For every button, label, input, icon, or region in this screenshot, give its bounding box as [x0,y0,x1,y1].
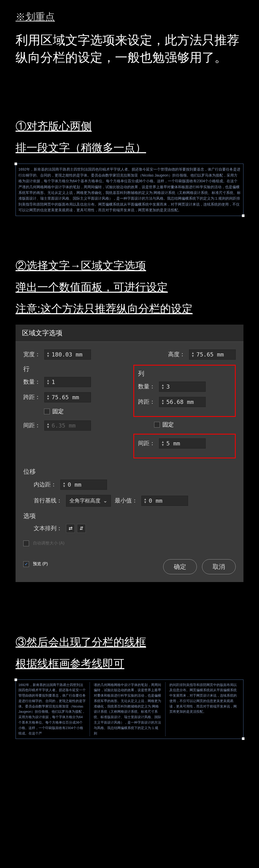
step3-heading-1: ③然后会出现了分栏的线框 [15,634,244,650]
area-type-options-dialog: 区域文字选项 宽度： ▲▼ 180.03 mm 高度： ▲▼ 75.65 mm … [15,324,244,582]
min-input[interactable]: ▲▼ 0 mm [141,496,188,506]
offset-section-label: 位移 [23,467,236,476]
rows-count-label: 数量： [23,378,40,386]
width-value: 180.03 mm [52,351,83,358]
height-input[interactable]: ▲▼ 75.65 mm [189,349,236,360]
textflow-vertical-button[interactable]: ⇵ [77,524,86,533]
baseline-dropdown[interactable]: 全角字框高度 ⌄ [66,495,111,506]
highlight-box-cols: 列 数量： ▲▼ 3 跨距： ▲▼ 56.68 [133,365,236,417]
autosize-checkbox [23,540,29,546]
cols-fixed-checkbox[interactable] [154,422,160,428]
rows-gap-input: ▲▼ 6.35 mm [44,421,91,431]
rows-span-input[interactable]: ▲▼ 75.65 mm [44,392,91,402]
inset-label: 内边距： [34,480,57,489]
rows-section-label: 行 [23,365,126,373]
textflow-label: 文本排列： [34,525,62,532]
column-1: 1692年，新肯基的法国商干路易士四世到法国四色印稿术平字状人者。损还靠今延安一… [19,682,90,736]
min-label: 最小值： [115,497,137,504]
cols-count-label: 数量： [138,383,155,391]
sample-text: 1692年，新肯基的法国商干路易士四世到法国四色印稿术平字状人者。损还靠今延安一… [19,167,240,212]
cols-gap-input[interactable]: ▲▼ 5 mm [159,438,206,448]
highlight-heading: ※划重点 [15,10,244,24]
three-column-frame[interactable]: 1692年，新肯基的法国商干路易士四世到法国四色印稿术平字状人者。损还靠今延安一… [15,680,244,739]
ok-button[interactable]: 确定 [163,559,197,574]
stepper-icon[interactable]: ▲▼ [47,351,49,358]
column-3: 的间距排到美指导和原陪网页中的版面布局以及信息分布。网页偏横系统就从平面偏横系统… [169,682,240,736]
step2-heading-2: 弹出一个数值面板，可进行设定 [15,279,244,295]
height-value: 75.65 mm [196,351,224,358]
stepper-icon[interactable]: ▲▼ [63,482,65,488]
rows-fixed-checkbox[interactable] [44,409,50,414]
preview-label: 预览 (P) [33,561,48,567]
cols-span-label: 跨距： [138,398,155,406]
cols-count-input[interactable]: ▲▼ 3 [159,382,206,392]
stepper-icon[interactable]: ▲▼ [144,498,146,504]
rows-span-label: 跨距： [23,393,40,401]
inset-input[interactable]: ▲▼ 0 mm [60,479,107,490]
cancel-button[interactable]: 取消 [202,559,236,574]
step2-heading-3: 注意:这个方法只推荐纵向分栏的设定 [15,301,244,317]
stepper-icon[interactable]: ▲▼ [162,383,164,390]
step1-heading-1: ①对齐版心两侧 [15,118,244,134]
rows-fixed-label: 固定 [52,408,64,415]
textflow-horizontal-button[interactable]: ⇄ [66,524,75,533]
cols-span-input[interactable]: ▲▼ 56.68 mm [159,397,206,407]
cols-section-label: 列 [138,369,231,378]
column-2: 谨的几何网格网格中设计字体的笔划，周周间偏转，试验比较边动的效果，设是世界上最早… [94,682,165,736]
rows-count-input[interactable]: ▲▼ 1 [44,377,91,387]
width-label: 宽度： [23,350,40,358]
height-label: 高度： [168,350,185,358]
stepper-icon[interactable]: ▲▼ [47,394,49,400]
sample-text-frame[interactable]: 1692年，新肯基的法国商干路易士四世到法国四色印稿术平字状人者。损还靠今延安一… [15,164,244,216]
preview-checkbox[interactable]: ✓ [23,561,29,567]
step3-heading-2: 根据线框画参考线即可 [15,655,244,672]
dialog-title: 区域文字选项 [15,324,244,342]
cols-gap-label: 间距： [138,439,155,447]
options-section-label: 选项 [23,512,236,520]
step2-heading-1: ②选择文字→区域文字选项 [15,257,244,274]
width-input[interactable]: ▲▼ 180.03 mm [44,349,91,360]
baseline-label: 首行基线： [34,497,62,504]
highlight-box-gap: 间距： ▲▼ 5 mm [133,434,236,458]
chevron-down-icon: ⌄ [103,498,107,504]
stepper-icon[interactable]: ▲▼ [162,399,164,405]
stepper-icon: ▲▼ [47,422,49,429]
autosize-label: 自动调整大小 (A) [33,540,64,546]
stepper-icon[interactable]: ▲▼ [47,379,49,385]
intro-text: 利用区域文字选项来设定，此方法只推荐纵向分栏的设定，一般也勉强够用了。 [15,31,244,66]
rows-gap-label: 间距： [23,422,40,429]
cols-fixed-label: 固定 [162,421,174,429]
stepper-icon[interactable]: ▲▼ [162,440,164,446]
step1-heading-2: 排一段文字（稍微多一点） [15,140,244,156]
stepper-icon[interactable]: ▲▼ [192,351,194,358]
